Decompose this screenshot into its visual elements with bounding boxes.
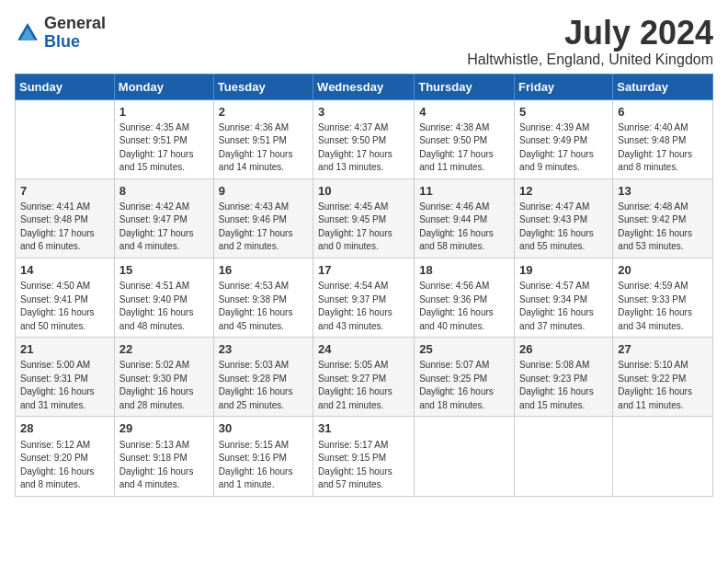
day-info: Sunrise: 4:50 AMSunset: 9:41 PMDaylight:… bbox=[20, 280, 109, 333]
header: General Blue July 2024 Haltwhistle, Engl… bbox=[15, 15, 713, 68]
day-info: Sunrise: 5:15 AMSunset: 9:16 PMDaylight:… bbox=[219, 439, 308, 492]
header-row: SundayMondayTuesdayWednesdayThursdayFrid… bbox=[16, 74, 713, 99]
day-number: 25 bbox=[419, 341, 509, 358]
day-info: Sunrise: 4:39 AMSunset: 9:49 PMDaylight:… bbox=[519, 121, 608, 175]
calendar-cell: 19Sunrise: 4:57 AMSunset: 9:34 PMDayligh… bbox=[515, 258, 613, 337]
calendar-cell: 24Sunrise: 5:05 AMSunset: 9:27 PMDayligh… bbox=[313, 338, 415, 417]
calendar-cell: 4Sunrise: 4:38 AMSunset: 9:50 PMDaylight… bbox=[415, 99, 515, 178]
header-day-monday: Monday bbox=[114, 74, 213, 99]
day-number: 3 bbox=[318, 104, 409, 121]
header-day-tuesday: Tuesday bbox=[213, 74, 313, 99]
day-number: 30 bbox=[219, 420, 308, 437]
day-info: Sunrise: 5:10 AMSunset: 9:22 PMDaylight:… bbox=[618, 359, 708, 412]
calendar-cell: 7Sunrise: 4:41 AMSunset: 9:48 PMDaylight… bbox=[16, 178, 115, 258]
day-number: 31 bbox=[318, 420, 409, 437]
calendar-cell: 29Sunrise: 5:13 AMSunset: 9:18 PMDayligh… bbox=[114, 417, 213, 496]
day-number: 1 bbox=[119, 104, 209, 121]
day-info: Sunrise: 4:54 AMSunset: 9:37 PMDaylight:… bbox=[318, 280, 409, 333]
day-number: 20 bbox=[618, 262, 708, 279]
calendar-cell bbox=[415, 417, 515, 496]
header-day-sunday: Sunday bbox=[16, 74, 115, 99]
day-number: 21 bbox=[20, 341, 109, 358]
calendar-cell: 31Sunrise: 5:17 AMSunset: 9:15 PMDayligh… bbox=[313, 417, 415, 496]
day-info: Sunrise: 5:05 AMSunset: 9:27 PMDaylight:… bbox=[318, 359, 409, 412]
day-number: 26 bbox=[519, 341, 608, 358]
day-number: 23 bbox=[219, 341, 308, 358]
day-number: 19 bbox=[519, 262, 608, 279]
logo-general: General bbox=[44, 15, 106, 33]
calendar-cell: 18Sunrise: 4:56 AMSunset: 9:36 PMDayligh… bbox=[415, 258, 515, 337]
calendar-cell: 22Sunrise: 5:02 AMSunset: 9:30 PMDayligh… bbox=[114, 338, 213, 417]
day-number: 15 bbox=[119, 262, 209, 279]
calendar-cell: 10Sunrise: 4:45 AMSunset: 9:45 PMDayligh… bbox=[313, 178, 415, 258]
calendar-cell: 21Sunrise: 5:00 AMSunset: 9:31 PMDayligh… bbox=[16, 338, 115, 417]
calendar-cell: 23Sunrise: 5:03 AMSunset: 9:28 PMDayligh… bbox=[213, 338, 313, 417]
day-number: 6 bbox=[618, 104, 708, 121]
calendar-cell: 15Sunrise: 4:51 AMSunset: 9:40 PMDayligh… bbox=[114, 258, 213, 337]
day-number: 18 bbox=[419, 262, 509, 279]
calendar-cell: 5Sunrise: 4:39 AMSunset: 9:49 PMDaylight… bbox=[515, 99, 613, 178]
day-number: 24 bbox=[318, 341, 409, 358]
day-number: 17 bbox=[318, 262, 409, 279]
calendar-cell: 3Sunrise: 4:37 AMSunset: 9:50 PMDaylight… bbox=[313, 99, 415, 178]
calendar-cell: 20Sunrise: 4:59 AMSunset: 9:33 PMDayligh… bbox=[613, 258, 713, 337]
day-info: Sunrise: 4:43 AMSunset: 9:46 PMDaylight:… bbox=[219, 201, 308, 254]
calendar-cell: 14Sunrise: 4:50 AMSunset: 9:41 PMDayligh… bbox=[16, 258, 115, 337]
calendar-header: SundayMondayTuesdayWednesdayThursdayFrid… bbox=[16, 74, 713, 99]
month-year-title: July 2024 bbox=[467, 15, 713, 52]
calendar-cell: 1Sunrise: 4:35 AMSunset: 9:51 PMDaylight… bbox=[114, 99, 213, 178]
calendar-cell bbox=[16, 99, 115, 178]
calendar-cell: 27Sunrise: 5:10 AMSunset: 9:22 PMDayligh… bbox=[613, 338, 713, 417]
calendar-cell: 8Sunrise: 4:42 AMSunset: 9:47 PMDaylight… bbox=[114, 178, 213, 258]
calendar-cell: 28Sunrise: 5:12 AMSunset: 9:20 PMDayligh… bbox=[16, 417, 115, 496]
calendar-cell: 30Sunrise: 5:15 AMSunset: 9:16 PMDayligh… bbox=[213, 417, 313, 496]
logo: General Blue bbox=[15, 15, 106, 52]
day-info: Sunrise: 5:02 AMSunset: 9:30 PMDaylight:… bbox=[119, 359, 209, 412]
day-number: 27 bbox=[618, 341, 708, 358]
calendar-cell: 12Sunrise: 4:47 AMSunset: 9:43 PMDayligh… bbox=[515, 178, 613, 258]
day-info: Sunrise: 4:59 AMSunset: 9:33 PMDaylight:… bbox=[618, 280, 708, 333]
calendar-week-1: 1Sunrise: 4:35 AMSunset: 9:51 PMDaylight… bbox=[16, 99, 713, 178]
header-day-wednesday: Wednesday bbox=[313, 74, 415, 99]
calendar-cell: 9Sunrise: 4:43 AMSunset: 9:46 PMDaylight… bbox=[213, 178, 313, 258]
title-area: July 2024 Haltwhistle, England, United K… bbox=[467, 15, 713, 68]
calendar-week-5: 28Sunrise: 5:12 AMSunset: 9:20 PMDayligh… bbox=[16, 417, 713, 496]
calendar-body: 1Sunrise: 4:35 AMSunset: 9:51 PMDaylight… bbox=[16, 99, 713, 496]
day-info: Sunrise: 4:45 AMSunset: 9:45 PMDaylight:… bbox=[318, 201, 409, 254]
day-info: Sunrise: 5:03 AMSunset: 9:28 PMDaylight:… bbox=[219, 359, 308, 412]
location-subtitle: Haltwhistle, England, United Kingdom bbox=[467, 52, 713, 68]
day-number: 9 bbox=[219, 183, 308, 200]
day-info: Sunrise: 4:40 AMSunset: 9:48 PMDaylight:… bbox=[618, 121, 708, 175]
day-number: 28 bbox=[20, 420, 109, 437]
day-info: Sunrise: 4:42 AMSunset: 9:47 PMDaylight:… bbox=[119, 201, 209, 254]
header-day-thursday: Thursday bbox=[415, 74, 515, 99]
day-info: Sunrise: 4:47 AMSunset: 9:43 PMDaylight:… bbox=[519, 201, 608, 254]
calendar-week-2: 7Sunrise: 4:41 AMSunset: 9:48 PMDaylight… bbox=[16, 178, 713, 258]
logo-blue: Blue bbox=[44, 33, 106, 52]
day-number: 7 bbox=[20, 183, 109, 200]
day-info: Sunrise: 5:08 AMSunset: 9:23 PMDaylight:… bbox=[519, 359, 608, 412]
day-number: 13 bbox=[618, 183, 708, 200]
day-info: Sunrise: 4:53 AMSunset: 9:38 PMDaylight:… bbox=[219, 280, 308, 333]
calendar-cell: 13Sunrise: 4:48 AMSunset: 9:42 PMDayligh… bbox=[613, 178, 713, 258]
day-info: Sunrise: 4:48 AMSunset: 9:42 PMDaylight:… bbox=[618, 201, 708, 254]
calendar-cell: 2Sunrise: 4:36 AMSunset: 9:51 PMDaylight… bbox=[213, 99, 313, 178]
day-info: Sunrise: 4:36 AMSunset: 9:51 PMDaylight:… bbox=[219, 121, 308, 175]
calendar-cell bbox=[515, 417, 613, 496]
day-info: Sunrise: 4:38 AMSunset: 9:50 PMDaylight:… bbox=[419, 121, 509, 175]
calendar-cell: 6Sunrise: 4:40 AMSunset: 9:48 PMDaylight… bbox=[613, 99, 713, 178]
day-number: 22 bbox=[119, 341, 209, 358]
day-info: Sunrise: 4:51 AMSunset: 9:40 PMDaylight:… bbox=[119, 280, 209, 333]
day-info: Sunrise: 4:35 AMSunset: 9:51 PMDaylight:… bbox=[119, 121, 209, 175]
day-number: 8 bbox=[119, 183, 209, 200]
calendar-table: SundayMondayTuesdayWednesdayThursdayFrid… bbox=[15, 74, 713, 497]
day-number: 12 bbox=[519, 183, 608, 200]
logo-icon bbox=[15, 20, 40, 46]
day-info: Sunrise: 5:17 AMSunset: 9:15 PMDaylight:… bbox=[318, 439, 409, 492]
day-number: 16 bbox=[219, 262, 308, 279]
calendar-week-3: 14Sunrise: 4:50 AMSunset: 9:41 PMDayligh… bbox=[16, 258, 713, 337]
calendar-cell: 17Sunrise: 4:54 AMSunset: 9:37 PMDayligh… bbox=[313, 258, 415, 337]
calendar-week-4: 21Sunrise: 5:00 AMSunset: 9:31 PMDayligh… bbox=[16, 338, 713, 417]
day-number: 14 bbox=[20, 262, 109, 279]
day-number: 10 bbox=[318, 183, 409, 200]
